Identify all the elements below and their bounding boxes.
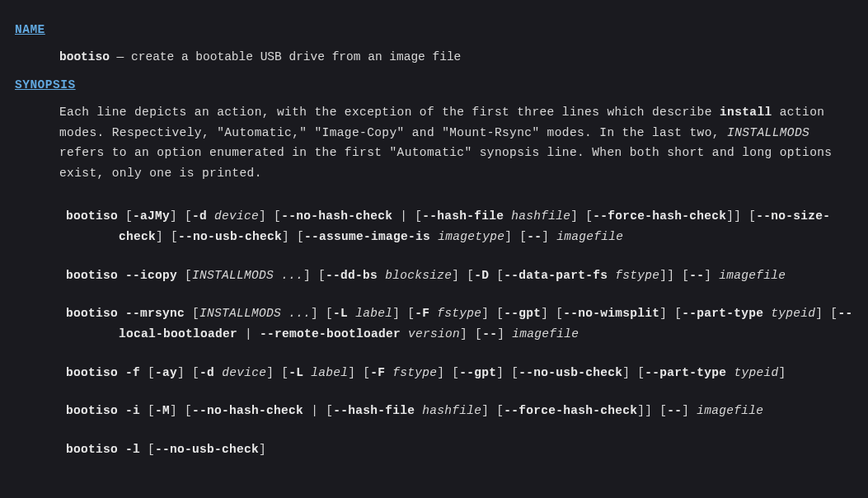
option-arg: typeid — [771, 307, 815, 320]
syntax-punct — [118, 307, 125, 320]
syntax-punct: ] [ — [659, 307, 682, 320]
syntax-punct — [430, 230, 438, 243]
option-flag: -D — [474, 269, 489, 282]
option-flag: -l — [125, 443, 140, 456]
option-flag: --gpt — [459, 366, 496, 379]
syntax-punct: ] — [778, 366, 786, 379]
option-flag: --data-part-fs — [504, 269, 608, 282]
syntax-punct — [378, 269, 385, 282]
syntax-punct — [303, 366, 311, 379]
syntax-punct — [214, 366, 222, 379]
option-arg: imagetype — [438, 230, 504, 243]
synopsis-line: bootiso -l [--no-usb-check] — [66, 439, 853, 460]
option-flag: -f — [125, 366, 140, 379]
option-flag: -aJMy — [133, 209, 170, 223]
syntax-punct: ] [ — [311, 307, 333, 320]
syntax-punct: ] [ — [282, 230, 304, 243]
option-flag: -F — [415, 307, 429, 320]
syntax-punct: ] [ — [570, 209, 593, 223]
syntax-punct: ] [ — [481, 307, 504, 320]
option-flag: --no-usb-check — [155, 443, 259, 456]
syntax-punct — [118, 366, 125, 379]
synopsis-cmd: bootiso — [66, 404, 118, 417]
syntax-punct — [118, 443, 125, 456]
syntax-punct: ] [ — [622, 366, 645, 379]
syntax-punct: [ — [185, 307, 199, 320]
syntax-punct: ] [ — [481, 404, 504, 417]
synopsis-cmd: bootiso — [66, 307, 118, 320]
syntax-punct — [401, 327, 408, 341]
option-flag: --part-type — [682, 307, 763, 320]
syntax-punct — [348, 307, 355, 320]
option-flag: --gpt — [504, 307, 541, 320]
option-arg: hashfile — [511, 209, 570, 223]
option-flag: --dd-bs — [326, 269, 378, 282]
synopsis-intro: Each line depicts an action, with the ex… — [59, 102, 853, 184]
syntax-punct — [118, 269, 125, 282]
option-flag: -i — [125, 404, 140, 417]
option-flag: --hash-file — [333, 404, 415, 417]
syntax-punct — [118, 404, 125, 417]
intro-italic: INSTALLMODS — [727, 126, 809, 139]
option-flag: --assume-image-is — [304, 230, 430, 243]
syntax-punct: ] [ — [259, 209, 281, 223]
option-flag: -M — [155, 404, 170, 417]
syntax-punct: ] — [259, 443, 266, 456]
syntax-punct: ] — [704, 269, 719, 282]
synopsis-lines: bootiso [-aJMy] [-d device] [--no-hash-c… — [15, 206, 853, 459]
syntax-punct — [429, 307, 437, 320]
syntax-punct: [ — [489, 269, 504, 282]
syntax-punct: ] [ — [496, 366, 518, 379]
option-flag: --no-usb-check — [178, 230, 282, 243]
syntax-punct — [504, 209, 511, 223]
option-flag: -d — [199, 366, 214, 379]
syntax-punct: ]] [ — [659, 269, 689, 282]
option-flag: --icopy — [125, 269, 177, 282]
option-flag: -- — [482, 327, 497, 341]
option-flag: -L — [333, 307, 348, 320]
syntax-punct: ] [ — [452, 269, 474, 282]
intro-text: refers to an option enumerated in the fi… — [59, 146, 832, 180]
option-flag: -ay — [155, 366, 177, 379]
option-arg: fstype — [615, 269, 659, 282]
syntax-punct: ] — [497, 327, 512, 341]
option-flag: -- — [527, 230, 542, 243]
synopsis-heading: SYNOPSIS — [15, 75, 853, 96]
syntax-punct: [ — [177, 269, 192, 282]
syntax-punct: [ — [140, 366, 155, 379]
option-flag: --no-usb-check — [518, 366, 622, 379]
option-arg: device — [214, 209, 259, 223]
name-heading: NAME — [15, 20, 853, 40]
syntax-punct: ] [ — [815, 307, 838, 320]
option-arg: fstype — [437, 307, 481, 320]
name-dash: — — [110, 50, 131, 63]
syntax-punct: ] [ — [348, 366, 370, 379]
syntax-punct: ] [ — [266, 366, 289, 379]
option-arg: imagefile — [719, 269, 786, 282]
name-desc: create a bootable USB drive from an imag… — [131, 50, 461, 63]
option-flag: --force-hash-check — [593, 209, 726, 223]
syntax-punct: ] — [542, 230, 556, 243]
option-arg: INSTALLMODS ... — [192, 269, 303, 282]
synopsis-line: bootiso --mrsync [INSTALLMODS ...] [-L l… — [66, 303, 853, 344]
option-flag: --hash-file — [422, 209, 504, 223]
synopsis-line: bootiso [-aJMy] [-d device] [--no-hash-c… — [66, 206, 853, 247]
syntax-punct: ] [ — [504, 230, 527, 243]
name-cmd: bootiso — [59, 50, 110, 63]
option-arg: hashfile — [422, 404, 481, 417]
syntax-punct: ] [ — [303, 269, 326, 282]
syntax-punct — [608, 269, 615, 282]
syntax-punct: | [ — [392, 209, 422, 223]
syntax-punct: [ — [140, 443, 155, 456]
synopsis-line: bootiso -f [-ay] [-d device] [-L label] … — [66, 363, 853, 383]
option-flag: -- — [689, 269, 704, 282]
syntax-punct: [ — [118, 209, 133, 223]
option-flag: --mrsync — [125, 307, 185, 320]
option-arg: typeid — [734, 366, 778, 379]
option-arg: label — [311, 366, 348, 379]
option-flag: --remote-bootloader — [260, 327, 401, 341]
option-arg: fstype — [392, 366, 437, 379]
synopsis-cmd: bootiso — [66, 209, 118, 223]
option-arg: version — [408, 327, 460, 341]
syntax-punct — [763, 307, 771, 320]
